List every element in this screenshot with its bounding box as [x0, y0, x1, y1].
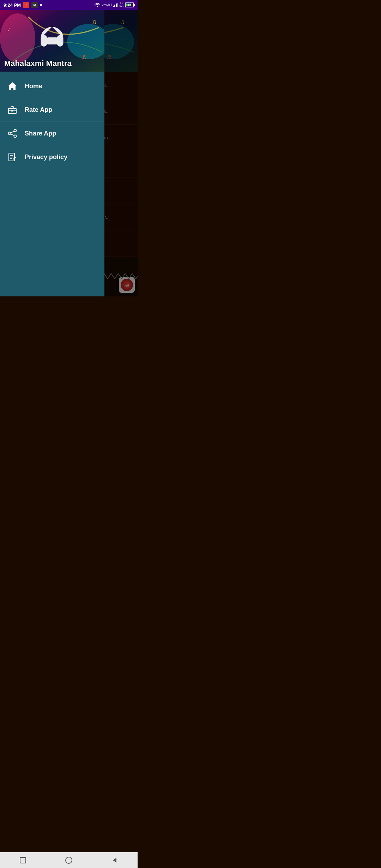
svg-line-31 [11, 131, 14, 133]
nav-drawer: ♪ ♫ ♩ ♬ ♪ Mahalaxmi Mantra [0, 10, 104, 296]
svg-rect-23 [47, 37, 58, 44]
signal-icon [113, 3, 118, 7]
document-edit-icon [7, 152, 18, 162]
privacy-label: Privacy policy [25, 153, 67, 161]
svg-rect-1 [114, 5, 115, 7]
battery-level: 76 [126, 4, 133, 7]
status-time: 9:24 PM [4, 2, 21, 8]
mail-icon: M [31, 2, 38, 8]
briefcase-icon [7, 104, 18, 115]
svg-rect-2 [116, 4, 117, 7]
svg-text:♩: ♩ [35, 15, 38, 22]
drawer-header: ♪ ♫ ♩ ♬ ♪ Mahalaxmi Mantra [0, 10, 104, 72]
svg-rect-27 [11, 110, 13, 111]
svg-point-28 [14, 129, 17, 132]
svg-point-30 [8, 132, 11, 135]
battery-icon: 76 [125, 2, 134, 7]
zomato-icon: z [23, 2, 29, 8]
svg-marker-24 [8, 82, 17, 90]
drawer-menu: Home Rate App [0, 72, 104, 296]
svg-point-29 [14, 135, 17, 138]
home-icon [7, 81, 18, 91]
status-bar: 9:24 PM z M VoWiFi 2.4K/s 76 [0, 0, 138, 10]
svg-point-16 [0, 13, 35, 63]
drawer-overlay[interactable] [104, 10, 138, 296]
drawer-headphone-icon [37, 25, 67, 52]
dot-indicator [40, 4, 42, 6]
speed-label: 2.4K/s [119, 2, 123, 8]
share-label: Share App [25, 130, 56, 137]
svg-text:♪: ♪ [7, 25, 11, 32]
drawer-item-home[interactable]: Home [0, 74, 104, 98]
svg-rect-0 [113, 6, 114, 7]
drawer-item-privacy[interactable]: Privacy policy [0, 145, 104, 169]
vowifi-label: VoWiFi [102, 3, 112, 7]
svg-line-32 [11, 134, 14, 136]
home-label: Home [25, 83, 42, 90]
svg-rect-3 [117, 3, 118, 7]
share-icon [7, 128, 18, 139]
battery-container: 76 [125, 2, 134, 7]
status-right: VoWiFi 2.4K/s 76 [95, 2, 134, 8]
rate-label: Rate App [25, 106, 52, 114]
main-container: ♪ ♫ ♩ ♬ ♪ Bhyo Na.... verful La... i N [0, 10, 138, 296]
drawer-item-rate[interactable]: Rate App [0, 98, 104, 122]
svg-text:♫: ♫ [92, 18, 97, 25]
drawer-item-share[interactable]: Share App [0, 122, 104, 145]
status-left: 9:24 PM z M [4, 2, 42, 8]
wifi-icon [95, 3, 100, 7]
drawer-app-title: Mahalaxmi Mantra [4, 59, 72, 68]
svg-text:♬: ♬ [81, 52, 87, 61]
